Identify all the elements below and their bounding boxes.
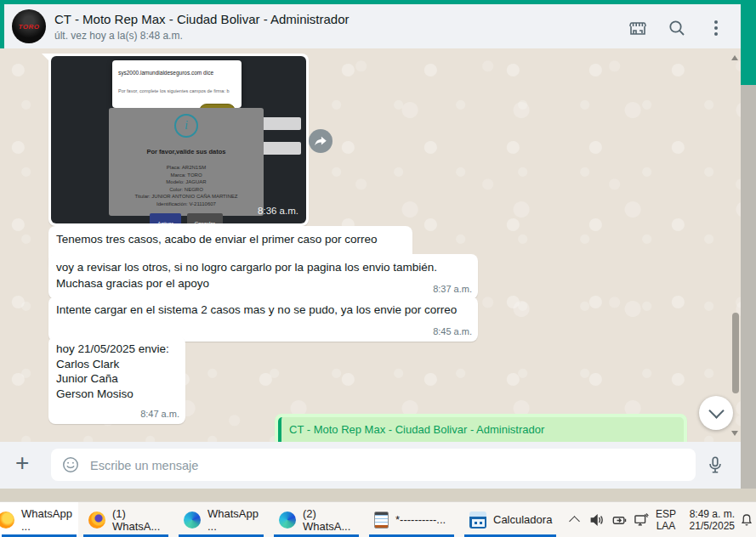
clock-time: 8:49 a. m. bbox=[690, 508, 735, 520]
field-color: Color: NEGRO bbox=[109, 186, 264, 194]
desktop-strip bbox=[0, 489, 756, 501]
avatar[interactable]: TORO bbox=[12, 9, 46, 43]
scrollbar-down-arrow[interactable] bbox=[731, 431, 738, 439]
field-titular: Titular: JUNIOR ANTONIO CAÑA MARTINEZ bbox=[109, 193, 264, 201]
taskbar-item-calculator[interactable]: Calculadora bbox=[463, 502, 558, 537]
last-seen-status: últ. vez hoy a la(s) 8:48 a.m. bbox=[54, 30, 183, 42]
composer-bar: + bbox=[0, 442, 741, 489]
modal-heading: Por favor,valide sus datos bbox=[109, 144, 264, 160]
activar-button: Activar bbox=[150, 213, 180, 223]
taskbar-item-label: *----------... bbox=[395, 513, 446, 526]
vehicle-data-lines: Placa: AR2N1SM Marca: TORO Modelo: JAGUA… bbox=[109, 164, 264, 207]
field-marca: Marca: TORO bbox=[109, 172, 264, 179]
info-icon: i bbox=[174, 114, 198, 138]
validation-modal: i Por favor,valide sus datos Placa: AR2N… bbox=[109, 108, 264, 216]
field-identificacion: Identificación: V-21110607 bbox=[109, 201, 264, 208]
search-icon[interactable] bbox=[668, 19, 686, 37]
language-indicator[interactable]: ESP LAA bbox=[651, 502, 680, 537]
scroll-to-bottom-button[interactable] bbox=[699, 396, 733, 430]
taskbar-item-edge-whatsapp[interactable]: WhatsApp ... bbox=[177, 502, 265, 537]
menu-kebab-icon[interactable] bbox=[709, 18, 723, 38]
firefox-icon bbox=[88, 512, 105, 529]
taskbar-item-label: WhatsApp ... bbox=[207, 507, 259, 533]
speaker-icon[interactable] bbox=[587, 502, 607, 537]
cancelar-button: Cancelar bbox=[187, 213, 223, 223]
taskbar-item-notepad[interactable]: *----------... bbox=[367, 502, 456, 537]
field-modelo: Modelo: JAGUAR bbox=[109, 178, 264, 186]
chevron-up-icon bbox=[569, 516, 580, 527]
language-code: ESP bbox=[656, 508, 676, 520]
message-field[interactable] bbox=[51, 449, 696, 481]
message-timestamp: 8:45 a.m. bbox=[433, 324, 472, 340]
storefront-icon[interactable] bbox=[628, 19, 648, 39]
alert-body: Por favor, complete los siguientes campo… bbox=[118, 83, 236, 99]
taskbar-item-label: (2) WhatsA... bbox=[303, 507, 354, 533]
taskbar-item-firefox-whatsapp[interactable]: (1) WhatsA... bbox=[82, 502, 170, 537]
screenshot-image[interactable]: sys2000.lamundialdeseguros.com dice Por … bbox=[51, 56, 306, 223]
whatsapp-window: TORO CT - Moto Rep Max - Ciudad Bolivar … bbox=[0, 0, 756, 537]
edge-icon bbox=[184, 512, 201, 529]
message-timestamp: 8:36 a.m. bbox=[258, 203, 298, 219]
firefox-icon bbox=[0, 512, 14, 529]
quoted-message[interactable]: CT - Moto Rep Max - Ciudad Bolivar - Adm… bbox=[278, 417, 684, 442]
message-text: hoy 21/05/2025 envie: Carlos Clark Junio… bbox=[56, 342, 169, 400]
calculator-icon bbox=[469, 512, 486, 529]
battery-icon[interactable] bbox=[609, 502, 629, 537]
browser-alert-dialog: sys2000.lamundialdeseguros.com dice Por … bbox=[112, 60, 242, 108]
outgoing-reply-message[interactable]: CT - Moto Rep Max - Ciudad Bolivar - Adm… bbox=[275, 414, 687, 442]
chat-title[interactable]: CT - Moto Rep Max - Ciudad Bolivar - Adm… bbox=[54, 12, 350, 26]
message-bubble[interactable]: hoy 21/05/2025 envie: Carlos Clark Junio… bbox=[48, 336, 185, 424]
notepad-icon bbox=[374, 512, 389, 529]
background-window-green-edge bbox=[741, 0, 756, 85]
chevron-down-icon bbox=[708, 403, 724, 418]
message-text: Intente cargar en el sistema 2 casos mas… bbox=[56, 303, 457, 316]
language-region: LAA bbox=[657, 520, 676, 532]
microphone-icon[interactable] bbox=[706, 455, 725, 475]
scrollbar-thumb[interactable] bbox=[732, 313, 739, 393]
background-window-gray-edge bbox=[741, 85, 756, 489]
edge-icon bbox=[279, 512, 296, 529]
quoted-author: CT - Moto Rep Max - Ciudad Bolivar - Adm… bbox=[289, 421, 677, 438]
avatar-label: TORO bbox=[19, 23, 40, 31]
alert-origin: sys2000.lamundialdeseguros.com dice bbox=[118, 65, 236, 81]
attach-plus-button[interactable]: + bbox=[15, 449, 29, 477]
emoji-icon[interactable] bbox=[61, 455, 80, 474]
message-input[interactable] bbox=[88, 449, 679, 483]
message-list[interactable]: sys2000.lamundialdeseguros.com dice Por … bbox=[0, 48, 741, 442]
message-text: voy a revisar los otros, si no logro car… bbox=[56, 261, 437, 290]
image-message[interactable]: sys2000.lamundialdeseguros.com dice Por … bbox=[48, 54, 309, 226]
field-placa: Placa: AR2N1SM bbox=[109, 164, 264, 172]
display-pen-icon[interactable] bbox=[631, 502, 651, 537]
message-text: Tenemos tres casos, acabo de enviar el p… bbox=[56, 233, 377, 246]
taskbar-item-label: WhatsApp ... bbox=[21, 507, 72, 533]
forward-icon[interactable] bbox=[309, 129, 333, 153]
taskbar-item-edge-whatsapp-2[interactable]: (2) WhatsA... bbox=[272, 502, 361, 537]
background-form-field bbox=[260, 117, 301, 130]
background-form-field bbox=[260, 142, 301, 155]
message-timestamp: 8:47 a.m. bbox=[140, 407, 179, 422]
tray-show-hidden-icons[interactable] bbox=[565, 502, 583, 537]
taskbar-item-label: (1) WhatsA... bbox=[112, 507, 163, 533]
chat-header: TORO CT - Moto Rep Max - Ciudad Bolivar … bbox=[4, 4, 741, 49]
notification-bell-icon[interactable] bbox=[738, 502, 755, 537]
scrollbar-up-arrow[interactable] bbox=[731, 52, 738, 60]
message-timestamp: 8:37 a.m. bbox=[433, 281, 472, 297]
clock-date: 21/5/2025 bbox=[690, 520, 735, 532]
taskbar-clock[interactable]: 8:49 a. m. 21/5/2025 bbox=[682, 502, 735, 537]
taskbar-item-whatsapp-active[interactable]: WhatsApp ... bbox=[0, 502, 78, 537]
message-bubble[interactable]: Intente cargar en el sistema 2 casos mas… bbox=[48, 297, 478, 342]
windows-taskbar: WhatsApp ... (1) WhatsA... WhatsApp ... … bbox=[0, 501, 756, 537]
taskbar-item-label: Calculadora bbox=[493, 513, 552, 526]
message-bubble[interactable]: voy a revisar los otros, si no logro car… bbox=[48, 254, 478, 299]
